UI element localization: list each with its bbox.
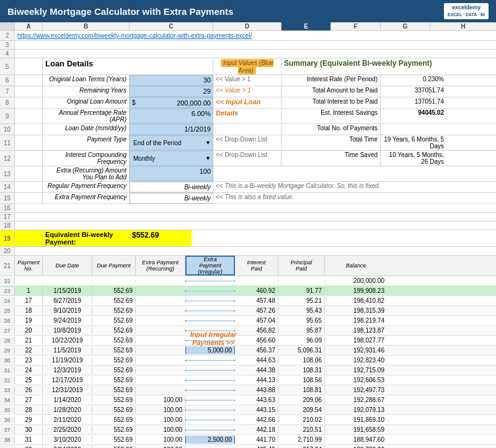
spreadsheet: Biweekly Mortgage Calculator with Extra …	[0, 0, 496, 448]
col-header-due-payment: Due Payment	[97, 262, 131, 269]
summary-value-2: 137051.74	[415, 98, 444, 105]
field-value-6: Monthly	[132, 155, 205, 162]
field-label-2: Original Loan Amount	[67, 98, 126, 105]
equiv-label: Equivalent Bi-weekly Payment:	[45, 231, 113, 246]
col-header-row: A B C D E F G H	[0, 22, 496, 31]
field-label-3: Annual Percentage Rate (APR)	[59, 109, 126, 123]
row-2: 2 https://www.exceldemy.com/biweekly-mor…	[0, 31, 496, 41]
summary-value-3: 94045.02	[418, 109, 444, 116]
field-label-0: Original Loan Terms (Years)	[49, 76, 126, 83]
row-12: 12 Interest Compounding Frequency Monthl…	[0, 151, 496, 166]
field-label-8: Regular Payment Frequency	[48, 182, 126, 189]
table-row: 28 21 10/22/2019 552.69 456.60 96.09 198…	[0, 336, 496, 346]
row-20: 20	[0, 247, 496, 256]
summary-title: Summary (Equivalent Bi-weekly Payment)	[284, 59, 432, 68]
table-row: 29 22 11/5/2019 552.69 5,000.00 456.37 5…	[0, 346, 496, 356]
field-value-4: 1/1/2019	[184, 125, 211, 133]
table-row: 27 20 10/8/2019 552.69 Input Irregular P…	[0, 326, 496, 336]
field-value-3: 6.00%	[192, 110, 211, 117]
row-10: 10 Loan Date (mm/dd/yy) 1/1/2019 Total N…	[0, 124, 496, 135]
col-header-balance: Balance	[346, 262, 366, 269]
table-row: 36 29 2/11/2020 552.69 100.00 442.66 210…	[0, 415, 496, 425]
table-row: 26 19 9/24/2019 552.69 457.04 95.65 198,…	[0, 316, 496, 326]
table-row: 31 24 12/3/2019 552.69 444.38 108.31 192…	[0, 365, 496, 375]
row-3: 3	[0, 41, 496, 50]
field-label-9: Extra Payment Frequency	[55, 194, 126, 200]
table-row: 33 26 12/31/2019 552.69 443.88 108.81 19…	[0, 385, 496, 395]
table-row: 35 28 1/28/2020 552.69 100.00 443.15 209…	[0, 405, 496, 415]
input-loan-annotation: << Input Loan	[216, 98, 260, 105]
col-header-interest-paid: Interest Paid	[247, 259, 265, 272]
row-6: 6 Original Loan Terms (Years) 30 << Valu…	[0, 75, 496, 86]
input-values-header: Input Values (Blue Area)	[221, 59, 273, 74]
field-label-5: Payment Type	[87, 136, 126, 143]
row-7: 7 Remaining Years 29 << Value > 1 Total …	[0, 86, 496, 97]
row-5: 5 Loan Details Input Values (Blue Area) …	[0, 58, 496, 75]
col-header-payment-no: Payment No.	[17, 259, 40, 272]
col-header-principal-paid: Principal Paid	[291, 259, 312, 272]
table-row: 37 30 2/25/2020 552.69 100.00 442.18 210…	[0, 425, 496, 435]
table-row: 30 23 11/19/2019 552.69 444.63 108.06 19…	[0, 356, 496, 365]
loan-details-title: Loan Details	[45, 59, 93, 68]
field-value-7: 100	[200, 168, 211, 175]
field-label-1: Remaining Years	[79, 87, 126, 94]
website-link[interactable]: https://www.exceldemy.com/biweekly-mortg…	[17, 32, 252, 39]
row-15: 15 Extra Payment Frequency Bi-weekly << …	[0, 193, 496, 204]
field-label-4: Loan Date (mm/dd/yy)	[65, 125, 126, 132]
table-row: 38 31 3/10/2020 552.69 100.00 2,500.00 4…	[0, 435, 496, 445]
field-value-2: 200,000.00	[137, 99, 211, 107]
field-value-0: 30	[203, 76, 211, 84]
row-11: 11 Payment Type End of the Period ▼ << D…	[0, 135, 496, 151]
col-header-extra-recurring: Extra Payment (Recurring)	[142, 259, 179, 272]
summary-label-2: Total Interest to be Paid	[312, 98, 378, 105]
table-header-row: 21 Payment No. Due Date Due Payment Extr…	[0, 256, 496, 276]
row-16: 16	[0, 204, 496, 213]
field-value-5: End of the Period	[132, 140, 205, 146]
row-13: 13 Extra (Recurring) Amount You Plan to …	[0, 166, 496, 182]
summary-value-0: 0.230%	[423, 76, 444, 83]
field-value-8: Bi-weekly	[184, 184, 211, 190]
field-label-6: Interest Compounding Frequency	[66, 151, 126, 165]
summary-label-3: Est. Interest Savings	[321, 109, 378, 116]
table-row: 22 200,000.00	[0, 276, 496, 286]
table-row: 23 1 1/15/2019 552.69 460.92 91.77 199,9…	[0, 286, 496, 296]
row-17: 17	[0, 213, 496, 222]
table-row: 39 32 3/24/2020 552.69 100.00 435.45 217…	[0, 445, 496, 448]
annotation-value-gt1: << Value > 1	[216, 76, 250, 83]
field-value-1: 29	[203, 87, 211, 95]
summary-label-0: Interest Rate (Per Period)	[307, 76, 378, 83]
payment-table-body: 22 200,000.00 23 1 1/15/2019 552.69 460.…	[0, 276, 496, 448]
table-row: 24 17 8/27/2019 552.69 457.48 95.21 198,…	[0, 296, 496, 306]
row-14: 14 Regular Payment Frequency Bi-weekly <…	[0, 182, 496, 193]
summary-label-1: Total Amount to be Paid	[312, 87, 378, 94]
summary-value-5: 19 Years, 6 Months, 5 Days	[384, 136, 444, 150]
summary-label-4: Total No. of Payments	[317, 125, 378, 132]
table-row: 34 27 1/14/2020 552.69 100.00 443.63 209…	[0, 395, 496, 405]
equiv-value: $552.69	[132, 231, 159, 240]
row-9: 9 Annual Percentage Rate (APR) 6.00% Det…	[0, 109, 496, 124]
summary-value-6: 10 Years, 5 Months, 26 Days	[389, 151, 444, 165]
table-row: 32 25 12/17/2019 552.69 444.13 108.56 19…	[0, 375, 496, 385]
summary-label-5: Total Time	[349, 136, 378, 143]
logo: exceldemyEXCEL · DATA · BI	[444, 3, 489, 19]
col-header-due-date: Due Date	[55, 262, 79, 269]
row-18: 18	[0, 222, 496, 230]
summary-label-6: Time Saved	[345, 151, 378, 158]
field-label-7: Extra (Recurring) Amount You Plan to Add	[56, 167, 126, 181]
field-value-9: Bi-weekly	[184, 195, 211, 202]
row-8: 8 Original Loan Amount $ 200,000.00 << I…	[0, 97, 496, 109]
app-title: Biweekly Mortgage Calculator with Extra …	[7, 6, 233, 17]
col-header-extra-irregular: Extra Payment (Irregular)	[198, 256, 223, 275]
row-19: 19 Equivalent Bi-weekly Payment: $552.69	[0, 230, 496, 247]
summary-value-1: 337051.74	[415, 87, 444, 94]
app-header: Biweekly Mortgage Calculator with Extra …	[0, 0, 496, 22]
row-4: 4	[0, 50, 496, 58]
table-row: 25 18 9/10/2019 552.69 457.26 95.43 198,…	[0, 306, 496, 316]
